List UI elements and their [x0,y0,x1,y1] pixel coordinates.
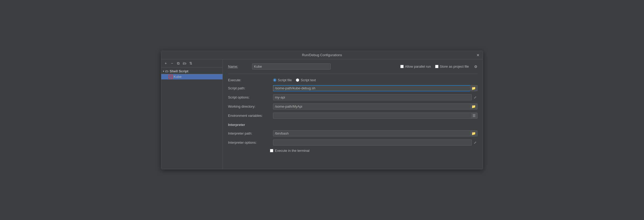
name-row: Name: Allow parallel run Store as projec… [228,63,478,70]
script-path-label: Script path: [228,86,270,90]
tree-arrow: ▾ [163,70,164,73]
folder-icon-2: 📁 [471,105,476,108]
radio-group: Script file Script text [273,78,316,82]
interpreter-path-browse-button[interactable]: 📁 [470,130,478,136]
execute-terminal-checkbox[interactable] [270,149,273,152]
tree-area: ▾ 🗁 Shell Script ✕ Kube [161,67,223,169]
execute-label: Execute: [228,78,270,82]
allow-parallel-checkbox-item[interactable]: Allow parallel run [400,65,431,68]
working-directory-label: Working directory: [228,105,270,108]
allow-parallel-label: Allow parallel run [405,65,431,68]
tree-parent-shell-script[interactable]: ▾ 🗁 Shell Script [161,68,223,74]
kube-error-icon: ✕ [169,75,173,79]
script-path-input-wrapper: 📁 [273,85,478,91]
working-directory-input-wrapper: 📁 [273,103,478,109]
interpreter-options-input[interactable] [273,140,472,146]
store-project-checkbox[interactable] [435,65,438,68]
env-input-wrapper: ☰ [273,113,478,119]
script-file-radio[interactable] [273,78,276,82]
working-directory-browse-button[interactable]: 📁 [470,103,478,109]
toolbar: + − ⧉ 🗁 ⇅ [161,59,223,67]
folder-icon: 📁 [471,86,476,90]
name-label: Name: [228,65,249,68]
script-options-input[interactable] [273,94,472,100]
env-variables-row: Environment variables: ☰ [228,113,478,119]
script-file-radio-item[interactable]: Script file [273,78,292,82]
tree-parent-label: Shell Script [170,69,188,73]
script-path-browse-button[interactable]: 📁 [470,85,478,91]
interpreter-section-row: Interpreter [228,122,478,127]
interpreter-options-row: Interpreter options: ⤢ [228,140,478,146]
interpreter-options-expand-button[interactable]: ⤢ [473,140,478,145]
tree-child-kube[interactable]: ✕ Kube [161,74,223,79]
divider-1 [228,74,478,74]
env-variables-list-button[interactable]: ☰ [471,113,478,119]
dialog-title: Run/Debug Configurations [302,53,342,57]
working-directory-input[interactable] [273,103,470,109]
interpreter-options-label: Interpreter options: [228,141,270,144]
interpreter-path-input[interactable] [273,130,470,136]
execute-row: Execute: Script file Script text [228,78,478,82]
tree-group-shell-script: ▾ 🗁 Shell Script ✕ Kube [161,68,223,79]
gear-icon[interactable]: ⚙ [474,65,478,69]
shell-script-icon: 🗁 [165,69,169,73]
interpreter-path-label: Interpreter path: [228,131,270,135]
store-project-checkbox-item[interactable]: Store as project file [435,65,469,68]
dialog-content: + − ⧉ 🗁 ⇅ ▾ 🗁 Shell Script ✕ Kube [161,59,483,169]
interpreter-section-header: Interpreter [228,122,245,127]
execute-terminal-row[interactable]: Execute in the terminal [270,149,478,153]
folder-button[interactable]: 🗁 [182,60,187,66]
left-panel: + − ⧉ 🗁 ⇅ ▾ 🗁 Shell Script ✕ Kube [161,59,223,169]
run-debug-dialog: Run/Debug Configurations ✕ + − ⧉ 🗁 ⇅ ▾ 🗁… [161,51,483,169]
script-text-radio[interactable] [296,78,299,82]
working-directory-row: Working directory: 📁 [228,103,478,109]
script-text-label: Script text [301,78,316,82]
name-input[interactable] [252,63,331,70]
script-path-input[interactable] [273,85,470,91]
checkboxes-group: Allow parallel run Store as project file… [400,65,478,69]
copy-button[interactable]: ⧉ [175,60,181,66]
tree-child-label: Kube [174,75,181,79]
title-bar: Run/Debug Configurations ✕ [161,51,483,59]
allow-parallel-checkbox[interactable] [400,65,404,68]
env-variables-input[interactable] [273,113,471,119]
add-button[interactable]: + [163,60,169,66]
remove-button[interactable]: − [169,60,175,66]
script-file-label: Script file [278,78,292,82]
script-path-row: Script path: 📁 [228,85,478,91]
right-panel: Name: Allow parallel run Store as projec… [223,59,483,169]
interpreter-path-input-wrapper: 📁 [273,130,478,136]
folder-icon-3: 📁 [471,131,476,135]
script-options-row: Script options: ⤢ [228,94,478,100]
sort-button[interactable]: ⇅ [188,60,194,66]
interpreter-path-row: Interpreter path: 📁 [228,130,478,136]
script-options-input-wrapper: ⤢ [273,94,478,100]
interpreter-options-input-wrapper: ⤢ [273,140,478,146]
env-list-icon: ☰ [473,114,476,118]
script-options-label: Script options: [228,95,270,99]
script-text-radio-item[interactable]: Script text [296,78,316,82]
close-button[interactable]: ✕ [476,53,480,57]
script-options-expand-button[interactable]: ⤢ [473,95,478,100]
execute-terminal-label: Execute in the terminal [275,149,309,153]
store-project-label: Store as project file [440,65,469,68]
env-variables-label: Environment variables: [228,114,270,118]
